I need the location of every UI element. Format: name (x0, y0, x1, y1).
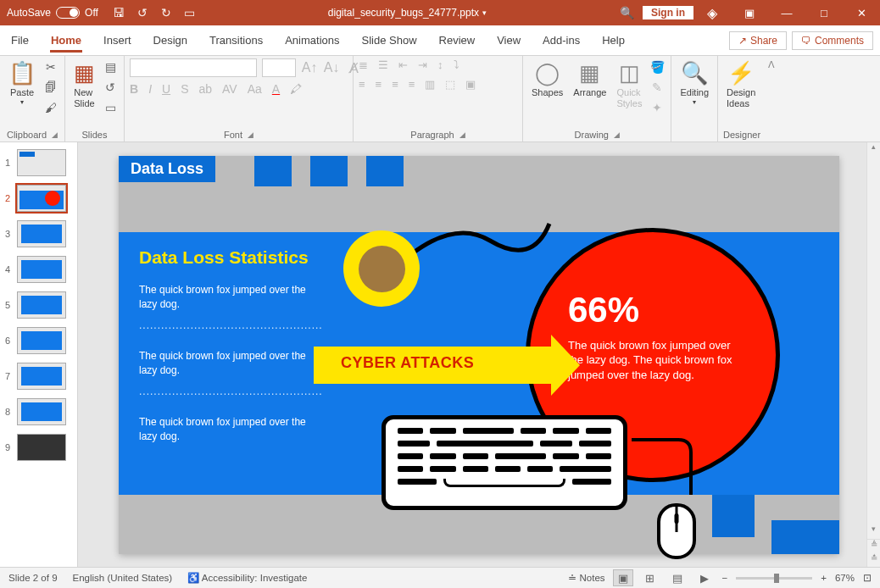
decrease-font-icon[interactable]: A↓ (323, 59, 340, 76)
header-square[interactable] (254, 156, 292, 186)
font-color-icon[interactable]: A (272, 82, 280, 96)
thumbnail-3[interactable]: 3 (0, 219, 77, 249)
footer-square[interactable] (712, 495, 755, 537)
tab-home[interactable]: Home (40, 25, 92, 55)
minimize-icon[interactable]: ― (768, 0, 805, 25)
thumbnail-2[interactable]: 2 (0, 183, 77, 214)
strikethrough-icon[interactable]: S (181, 82, 188, 96)
autosave-switch-icon[interactable] (56, 7, 80, 19)
font-launcher-icon[interactable]: ◢ (248, 130, 253, 139)
slide-canvas-area[interactable]: Data Loss Data Loss Statistics The quick… (78, 142, 880, 567)
save-icon[interactable]: 🖫 (112, 6, 125, 19)
spark-core[interactable] (359, 246, 405, 292)
start-from-beginning-icon[interactable]: ▭ (183, 6, 197, 19)
upcoming-features-icon[interactable]: ◈ (693, 0, 731, 25)
thumbnail-4[interactable]: 4 (0, 254, 77, 285)
sorter-view-icon[interactable]: ⊞ (641, 570, 660, 585)
format-painter-icon[interactable]: 🖌 (42, 99, 59, 116)
design-ideas-button[interactable]: ⚡Design Ideas (723, 58, 759, 110)
tab-design[interactable]: Design (142, 25, 198, 55)
align-right-icon[interactable]: ≡ (392, 78, 398, 91)
text-direction-icon[interactable]: ⤵ (454, 58, 459, 71)
language-status[interactable]: English (United States) (73, 573, 173, 583)
tab-animations[interactable]: Animations (274, 25, 350, 55)
footer-square[interactable] (771, 520, 839, 554)
thumbnail-1[interactable]: 1 (0, 147, 77, 178)
slideshow-view-icon[interactable]: ▶ (695, 570, 714, 585)
signin-button[interactable]: Sign in (643, 6, 693, 19)
align-text-icon[interactable]: ⬚ (445, 78, 455, 91)
arrow-label[interactable]: CYBER ATTACKS (341, 354, 474, 372)
tab-transitions[interactable]: Transitions (198, 25, 274, 55)
stats-text-3[interactable]: The quick brown fox jumped over the lazy… (139, 415, 309, 445)
reset-icon[interactable]: ↺ (102, 79, 119, 96)
redo-icon[interactable]: ↻ (159, 6, 173, 19)
bomb-text[interactable]: The quick brown fox jumped over the lazy… (568, 338, 746, 383)
keyboard-illustration[interactable] (382, 415, 627, 510)
thumbnail-5[interactable]: 5 (0, 290, 77, 320)
tab-slideshow[interactable]: Slide Show (350, 25, 427, 55)
align-center-icon[interactable]: ≡ (376, 78, 382, 91)
slide-thumbnail-panel[interactable]: 1 2 3 4 5 6 7 8 9 (0, 142, 78, 567)
vertical-scrollbar[interactable]: ▴ ▾ ≜ ≛ (866, 142, 880, 567)
thumbnail-7[interactable]: 7 (0, 361, 77, 391)
highlight-icon[interactable]: 🖍 (290, 82, 302, 96)
align-left-icon[interactable]: ≡ (359, 78, 365, 91)
scroll-down-icon[interactable]: ▾ (867, 524, 880, 538)
tab-file[interactable]: File (0, 25, 40, 55)
indent-dec-icon[interactable]: ⇤ (398, 58, 408, 71)
copy-icon[interactable]: 🗐 (42, 79, 59, 96)
next-slide-icon[interactable]: ≛ (867, 553, 880, 567)
paragraph-launcher-icon[interactable]: ◢ (459, 130, 465, 139)
reading-view-icon[interactable]: ▤ (668, 570, 687, 585)
slide-canvas[interactable]: Data Loss Data Loss Statistics The quick… (119, 156, 839, 554)
indent-inc-icon[interactable]: ⇥ (418, 58, 427, 71)
maximize-icon[interactable]: □ (805, 0, 843, 25)
ribbon-display-icon[interactable]: ▣ (731, 0, 768, 25)
close-icon[interactable]: ✕ (843, 0, 880, 25)
line-spacing-icon[interactable]: ↕ (437, 58, 443, 71)
thumbnail-6[interactable]: 6 (0, 325, 77, 356)
undo-icon[interactable]: ↺ (136, 6, 149, 19)
comments-button[interactable]: 🗨Comments (792, 31, 873, 50)
mouse-illustration[interactable] (657, 503, 696, 559)
stats-title[interactable]: Data Loss Statistics (139, 247, 309, 268)
italic-icon[interactable]: I (148, 82, 152, 96)
columns-icon[interactable]: ▥ (425, 78, 435, 91)
increase-font-icon[interactable]: A↑ (301, 59, 318, 76)
justify-icon[interactable]: ≡ (409, 78, 415, 91)
new-slide-button[interactable]: ▦New Slide (70, 58, 98, 110)
thumbnail-9[interactable]: 9 (0, 432, 77, 463)
zoom-in-icon[interactable]: + (821, 573, 827, 583)
slide-title[interactable]: Data Loss (119, 156, 215, 182)
underline-icon[interactable]: U (162, 82, 170, 96)
font-family-select[interactable] (130, 58, 257, 77)
bold-icon[interactable]: B (130, 82, 138, 96)
normal-view-icon[interactable]: ▣ (614, 570, 632, 585)
char-spacing-icon[interactable]: AV (222, 82, 237, 96)
smartart-icon[interactable]: ▣ (465, 78, 476, 91)
bomb-percent[interactable]: 66% (568, 290, 639, 330)
arrange-button[interactable]: ▦Arrange (570, 58, 610, 100)
clipboard-launcher-icon[interactable]: ◢ (52, 130, 58, 139)
stats-text-2[interactable]: The quick brown fox jumped over the lazy… (139, 349, 309, 379)
shapes-button[interactable]: ◯Shapes (528, 58, 566, 100)
collapse-ribbon-icon[interactable]: ᐱ (766, 59, 777, 70)
drawing-launcher-icon[interactable]: ◢ (614, 130, 620, 139)
tab-help[interactable]: Help (591, 25, 636, 55)
change-case-icon[interactable]: Aa (248, 82, 262, 96)
quick-styles-button[interactable]: ◫Quick Styles (613, 58, 645, 110)
slide-counter[interactable]: Slide 2 of 9 (8, 573, 58, 583)
layout-icon[interactable]: ▤ (102, 58, 119, 75)
notes-button[interactable]: ≐ Notes (568, 572, 604, 584)
cut-icon[interactable]: ✂ (42, 58, 59, 75)
scroll-up-icon[interactable]: ▴ (867, 142, 880, 156)
header-square[interactable] (310, 156, 348, 186)
zoom-slider[interactable] (736, 577, 812, 580)
accessibility-status[interactable]: ♿ Accessibility: Investigate (187, 572, 307, 584)
shape-fill-icon[interactable]: 🪣 (649, 58, 666, 75)
editing-button[interactable]: 🔍Editing▾ (677, 58, 712, 108)
prev-slide-icon[interactable]: ≜ (867, 539, 880, 552)
shadow-icon[interactable]: ab (198, 82, 212, 96)
search-icon[interactable]: 🔍 (620, 6, 634, 19)
